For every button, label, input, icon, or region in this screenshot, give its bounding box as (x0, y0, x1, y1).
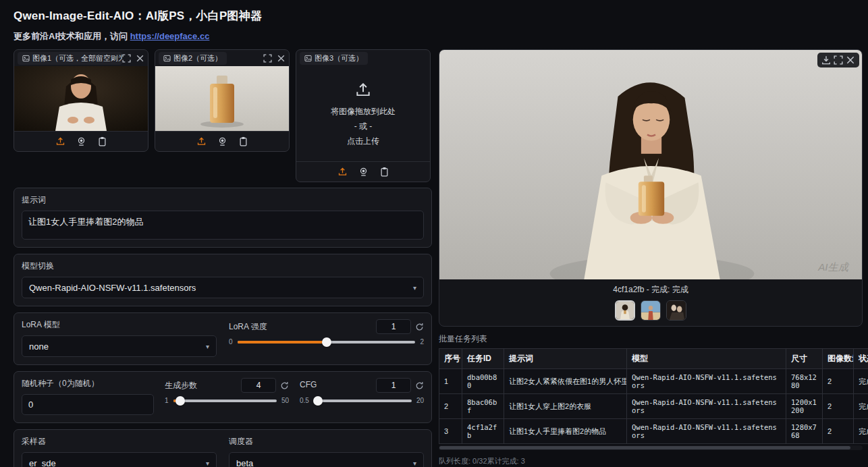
thumbnail-1[interactable] (615, 300, 635, 321)
prompt-group: 提示词 让图1女人手里捧着图2的物品 (13, 188, 432, 248)
col-index[interactable]: 序号 (439, 349, 462, 369)
col-status[interactable]: 状态 (854, 349, 868, 369)
table-row[interactable]: 3 4cf1a2fb 让图1女人手里捧着图2的物品 Qwen-Rapid-AIO… (439, 419, 868, 444)
chevron-down-icon: ▾ (413, 460, 416, 467)
chevron-down-icon: ▾ (206, 460, 209, 467)
download-icon[interactable] (821, 55, 831, 65)
upload-icon (354, 81, 372, 101)
app-root: Qwen-Image-Edit-AIO：AI版PS，小白P图神器 更多前沿AI技… (0, 0, 868, 467)
upload-icon[interactable] (55, 136, 65, 146)
clipboard-icon[interactable] (97, 136, 107, 146)
cfg-value[interactable]: 1 (376, 378, 411, 393)
scheduler-select[interactable]: beta ▾ (229, 452, 424, 467)
lora-group: LoRA 模型 none ▾ LoRA 强度 1 (13, 312, 432, 365)
close-icon[interactable] (136, 54, 144, 63)
close-icon[interactable] (846, 55, 855, 65)
clipboard-icon[interactable] (238, 136, 248, 146)
scheduler-field: 调度器 beta ▾ (229, 436, 424, 467)
seed-label: 随机种子（0为随机） (22, 378, 154, 389)
slider-handle[interactable] (175, 396, 185, 406)
expand-icon[interactable] (834, 55, 843, 65)
clipboard-icon[interactable] (379, 167, 389, 177)
col-image-count[interactable]: 图像数量 (823, 349, 854, 369)
panel1-header: 图像1（可选，全部留空则为文生图） (14, 50, 148, 66)
expand-icon[interactable] (263, 54, 272, 63)
lora-model-select[interactable]: none ▾ (22, 335, 217, 357)
panel1-image[interactable] (14, 66, 148, 131)
slider-min: 1 (165, 397, 169, 404)
prompt-input[interactable]: 让图1女人手里捧着图2的物品 (22, 211, 424, 240)
col-prompt[interactable]: 提示词 (504, 349, 627, 369)
scheduler-label: 调度器 (229, 436, 424, 447)
upload-dropzone[interactable]: 将图像拖放到此处 - 或 - 点击上传 (296, 66, 430, 161)
seed-input[interactable]: 0 (22, 394, 154, 415)
sampler-field: 采样器 er_sde ▾ (22, 436, 217, 467)
sampler-select[interactable]: er_sde ▾ (22, 452, 217, 467)
prompt-label: 提示词 (22, 194, 424, 206)
image-icon (22, 55, 30, 62)
table-row[interactable]: 1 dba00b80 让图2女人紧紧依偎在图1的男人怀里 Qwen-Rapid-… (439, 369, 868, 394)
cfg-slider[interactable] (314, 400, 412, 402)
table-row[interactable]: 2 8bac06bf 让图1女人穿上图2的衣服 Qwen-Rapid-AIO-N… (439, 394, 868, 419)
sampler-label: 采样器 (22, 436, 217, 447)
model-switch-label: 模型切换 (22, 260, 424, 272)
expand-icon[interactable] (122, 54, 131, 63)
or-text: - 或 - (354, 121, 373, 132)
lora-strength-value[interactable]: 1 (376, 319, 411, 334)
deepface-link[interactable]: https://deepface.cc (130, 31, 210, 41)
col-model[interactable]: 模型 (627, 349, 786, 369)
slider-max: 20 (416, 397, 424, 404)
page-title: Qwen-Image-Edit-AIO：AI版PS，小白P图神器 (13, 8, 863, 24)
close-icon[interactable] (277, 54, 286, 63)
thumbnail-3[interactable] (666, 300, 686, 321)
subtitle: 更多前沿AI技术和应用，访问 https://deepface.cc (13, 30, 863, 43)
table-horizontal-scrollbar (439, 445, 863, 450)
ai-watermark: AI生成 (817, 262, 849, 273)
webcam-icon[interactable] (76, 136, 86, 146)
lora-strength-label: LoRA 强度 (229, 319, 267, 333)
lora-model-field: LoRA 模型 none ▾ (22, 319, 217, 357)
reset-icon[interactable] (280, 381, 289, 390)
status-badge: 完成 (854, 419, 868, 444)
model-switch-group: 模型切换 Qwen-Rapid-AIO-NSFW-v11.1.safetenso… (13, 254, 432, 306)
perfume-photo-thumbnail (155, 66, 289, 131)
lora-strength-slider[interactable] (238, 341, 416, 344)
col-task-id[interactable]: 任务ID (462, 349, 504, 369)
queue-status-text: 队列长度: 0/32累计完成: 3 (439, 456, 863, 466)
panel2-label: 图像2（可选） (159, 52, 227, 65)
panel3-toolbar (296, 161, 430, 182)
steps-value[interactable]: 4 (241, 378, 276, 393)
sampling-params-group: 随机种子（0为随机） 0 生成步数 4 1 (13, 371, 432, 423)
drop-text: 将图像拖放到此处 (331, 106, 396, 117)
thumbnail-2[interactable] (641, 300, 661, 321)
scrollbar-thumb[interactable] (439, 446, 850, 449)
image-input-3: 图像3（可选） 将图像拖放到此处 - 或 - 点击上传 (296, 49, 431, 182)
reset-icon[interactable] (415, 381, 424, 390)
preview-corner-icons (817, 53, 859, 67)
slider-handle[interactable] (313, 396, 323, 406)
batch-list-title: 批量任务列表 (439, 333, 863, 345)
panel1-label: 图像1（可选，全部留空则为文生图） (18, 52, 122, 65)
slider-handle[interactable] (322, 337, 331, 347)
upload-icon[interactable] (337, 167, 348, 177)
model-switch-select[interactable]: Qwen-Rapid-AIO-NSFW-v11.1.safetensors ▾ (22, 277, 424, 298)
upload-icon[interactable] (196, 136, 207, 146)
batch-task-table: 序号 任务ID 提示词 模型 尺寸 图像数量 状态 1 dba00b80 让图2… (439, 348, 868, 444)
panel2-image[interactable] (155, 66, 289, 131)
panel2-header: 图像2（可选） (155, 50, 289, 66)
webcam-icon[interactable] (358, 167, 369, 177)
subtitle-text: 更多前沿AI技术和应用，访问 (13, 31, 128, 41)
result-caption: 4cf1a2fb - 完成: 完成 (439, 284, 862, 296)
steps-slider[interactable] (173, 400, 277, 402)
cfg-label: CFG (300, 378, 317, 389)
image-icon (304, 55, 312, 62)
slider-max: 2 (420, 338, 424, 346)
webcam-icon[interactable] (217, 136, 227, 146)
slider-min: 0.5 (300, 397, 309, 404)
chevron-down-icon: ▾ (206, 343, 209, 350)
col-size[interactable]: 尺寸 (786, 349, 823, 369)
status-badge: 完成 (854, 394, 868, 419)
result-image[interactable]: AI生成 (439, 50, 862, 279)
seed-field: 随机种子（0为随机） 0 (22, 378, 154, 415)
reset-icon[interactable] (415, 323, 424, 331)
